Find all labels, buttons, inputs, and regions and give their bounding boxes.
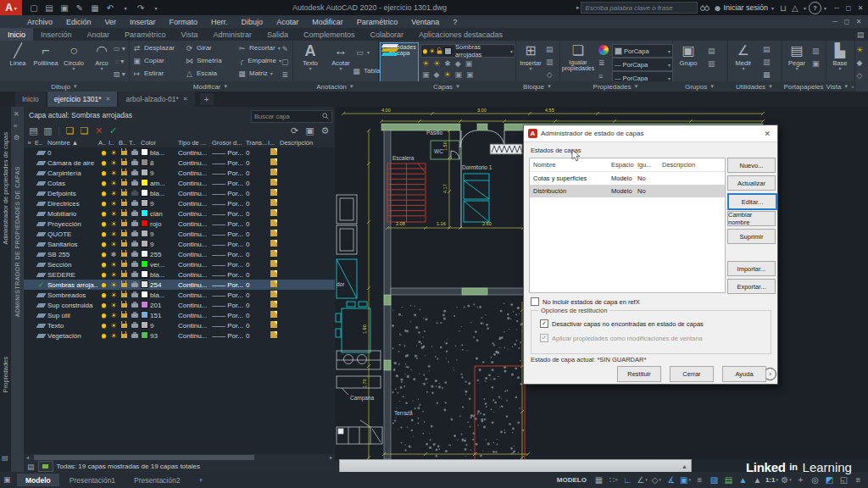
utilidades-tool-icon-2[interactable]: ▦ [763,69,771,80]
model-space-badge[interactable]: MODELO [553,476,591,484]
layer-transparency-cell[interactable]: 0 [246,149,268,157]
refresh-icon[interactable]: ⟳ [288,125,301,136]
layer-plot-icon[interactable] [129,230,141,238]
layer-tool-icon-1-1[interactable]: ☀ [433,59,440,68]
bloque-tool-icon-0[interactable]: ▤ [546,43,554,54]
signin-caret-icon[interactable]: ▾ [768,5,777,11]
layer-lineweight-cell[interactable]: —— Por... [212,261,246,269]
layer-lineweight-cell[interactable]: —— Por... [212,241,246,248]
layer-unlock-icon[interactable] [119,179,129,187]
panel-label-grupos[interactable]: Grupos▼ [672,81,727,92]
menu-modificar[interactable]: Modificar [305,18,350,26]
a360-caret-icon[interactable]: ▾ [801,5,809,11]
bloque-tool-icon-2[interactable]: ◇ [546,69,554,80]
panel-label-dibujo[interactable]: Dibujo▼ [0,81,129,92]
palette-dialog-icon[interactable]: ▣ [303,125,316,136]
layer-state-row-distribucin[interactable]: DistribuciónModeloNo [530,185,725,197]
redo-icon[interactable]: ↷ [134,1,147,14]
layer-linetype-cell[interactable]: Continu... [178,230,212,238]
cambiarnombre-button[interactable]: Cambiar nombre [727,211,776,226]
panel-label-portapapeles[interactable]: Portapapeles [782,81,826,92]
layer-row-sombrasarroja[interactable]: ✓Sombras arroja...☀254Continu...—— Por..… [24,280,335,290]
layer-on-bulb-icon[interactable] [98,149,108,157]
layer-color-cell[interactable]: 9 [141,230,178,238]
new-drawing-tab-button[interactable]: + [200,93,214,105]
layer-plot-icon[interactable] [129,200,141,208]
ribbon-tab-colaborar[interactable]: Colaborar [363,28,412,41]
layout-icon[interactable]: ▣ [3,475,11,484]
layer-vpfreeze-icon[interactable] [268,209,280,218]
texto-button[interactable]: A Texto▾ [296,42,325,71]
workspace-gear-icon[interactable]: ⚙▾ [780,474,793,485]
grupos-tool-icon-0[interactable]: ▤ [708,45,715,56]
layout-tab-presentación2[interactable]: Presentación2 [125,474,188,486]
layer-on-bulb-icon[interactable] [98,210,108,218]
utilidades-tool-icon-1[interactable]: ▥ [763,56,771,67]
new-property-filter-icon[interactable]: ▤ [27,125,40,136]
layer-transparency-cell[interactable]: 0 [246,332,268,340]
layer-on-bulb-icon[interactable] [98,261,108,269]
layer-transparency-cell[interactable]: 0 [246,200,268,208]
layer-vpfreeze-icon[interactable] [268,199,280,208]
layer-on-bulb-icon[interactable] [98,251,108,258]
matriz-button[interactable]: ▦Matriz▾ [237,67,281,80]
layer-row-cotas[interactable]: Cotas☀am...Continu...—— Por...0 [24,178,335,188]
layer-unlock-icon[interactable] [119,230,129,238]
layer-transparency-cell[interactable]: 0 [246,241,268,248]
search-binoculars-icon[interactable] [698,4,711,12]
layer-color-cell[interactable]: 255 [141,250,178,258]
new-layer-icon[interactable]: ❏ [64,125,76,136]
layer-color-cell[interactable]: 151 [141,311,178,319]
layer-linetype-cell[interactable]: Continu... [178,302,212,309]
help-search-input[interactable]: Escriba palabra clave o frase [581,2,698,14]
portapapeles-tool-icon-0[interactable]: ▥ [812,45,820,56]
layer-thaw-icon[interactable]: ☀ [108,241,119,248]
layer-thaw-icon[interactable]: ☀ [108,230,119,238]
layer-row-mobiliario[interactable]: Mobiliario☀ciánContinu...—— Por...0 [24,208,335,219]
column-header-5[interactable]: T.. [129,139,141,147]
layer-unlock-icon[interactable] [119,169,129,177]
layer-color-cell[interactable]: bla... [141,291,178,299]
column-header-2[interactable]: A.. [98,139,108,147]
file-tab-ejercicio1301[interactable]: ejercicio 1301*✕ [47,92,118,107]
layer-on-bulb-icon[interactable] [98,169,108,177]
palette-icon[interactable]: ▤ [2,454,8,462]
layer-thaw-icon[interactable]: ☀ [108,169,119,177]
layer-thaw-icon[interactable]: ☀ [108,149,119,157]
lineweight-icon[interactable]: ≡ [693,474,706,485]
layer-thaw-icon[interactable]: ☀ [108,302,119,309]
layer-lineweight-cell[interactable]: —— Por... [212,149,246,157]
simetra-button[interactable]: ⋈Simetría [185,54,237,67]
layer-unlock-icon[interactable] [119,148,129,157]
layer-plot-icon[interactable] [129,241,141,248]
layer-unlock-icon[interactable] [119,291,129,299]
layer-vpfreeze-icon[interactable] [268,250,280,258]
palette-close-icon[interactable]: ✕ [14,110,19,118]
layer-linetype-cell[interactable]: Continu... [178,251,212,258]
minimize-button[interactable]: ─ [831,3,843,13]
layer-row-sedere[interactable]: SEDERE☀bla...Continu...—— Por...0 [24,269,335,280]
column-header-10[interactable]: I... [268,139,280,147]
layer-on-bulb-icon[interactable] [98,281,108,289]
layer-unlock-icon[interactable] [119,311,129,319]
lnea-button[interactable]: ╱Línea [3,42,32,67]
layer-lineweight-cell[interactable]: —— Por... [212,271,246,279]
column-header-7[interactable]: Tipo de ... [178,139,212,147]
lineweight-dropdown[interactable]: —PorCapa▾ [612,58,673,71]
layer-lineweight-cell[interactable]: —— Por... [212,200,246,208]
panel-label-vista[interactable]: Vista▼» [826,81,854,92]
layer-plot-icon[interactable] [129,322,141,330]
dialog-column-1[interactable]: Espacio [611,161,637,169]
layer-color-cell[interactable]: bla... [141,148,178,157]
layer-on-bulb-icon[interactable] [98,291,108,299]
erase-tool-icon[interactable]: ✎ [281,43,289,54]
layer-linetype-cell[interactable]: Continu... [178,281,212,289]
layer-linetype-cell[interactable]: Continu... [178,159,212,167]
layer-thaw-icon[interactable]: ☀ [108,281,119,289]
layer-transparency-cell[interactable]: 0 [246,281,268,289]
annotation-scale-icon[interactable]: 1:1▾ [765,474,778,485]
copiar-button[interactable]: ▣Copiar [132,54,185,67]
doc-minimize-button[interactable]: ─ [829,17,841,27]
layer-lineweight-cell[interactable]: —— Por... [212,210,246,218]
layer-plot-icon[interactable] [129,159,141,167]
